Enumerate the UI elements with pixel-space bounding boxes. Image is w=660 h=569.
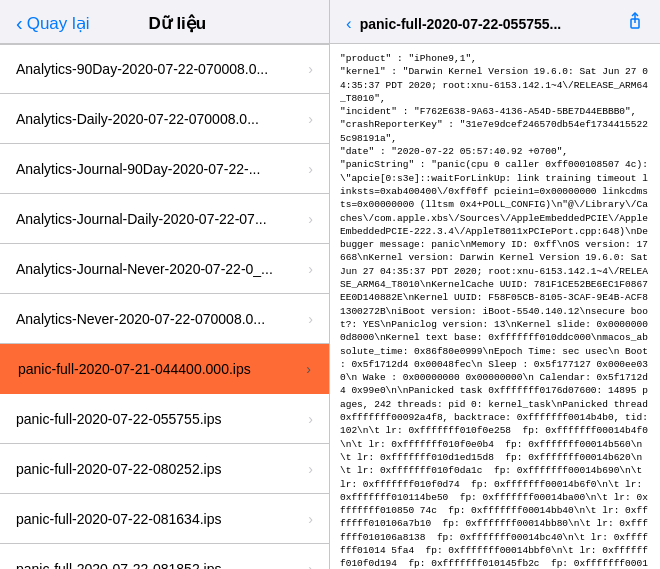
list-item[interactable]: Analytics-Journal-Never-2020-07-22-0_...… [0, 244, 329, 294]
list-item[interactable]: panic-full-2020-07-22-055755.ips› [0, 394, 329, 444]
list-item-chevron-icon: › [308, 311, 313, 327]
list-item-chevron-icon: › [308, 161, 313, 177]
list-item-label: panic-full-2020-07-22-081634.ips [16, 511, 302, 527]
list-item-label: Analytics-Journal-90Day-2020-07-22-... [16, 161, 302, 177]
nav-title: Dữ liệu [90, 13, 265, 34]
list-item-label: panic-full-2020-07-22-080252.ips [16, 461, 302, 477]
right-title: panic-full-2020-07-22-055755... [360, 16, 618, 32]
back-chevron-icon: ‹ [16, 13, 23, 33]
list-item[interactable]: panic-full-2020-07-22-080252.ips› [0, 444, 329, 494]
list-item-chevron-icon: › [308, 211, 313, 227]
list-item[interactable]: Analytics-90Day-2020-07-22-070008.0...› [0, 44, 329, 94]
right-nav-bar: ‹ panic-full-2020-07-22-055755... [330, 0, 660, 44]
list-item[interactable]: Analytics-Never-2020-07-22-070008.0...› [0, 294, 329, 344]
right-content: "product" : "iPhone9,1", "kernel" : "Dar… [330, 44, 660, 569]
list-item-label: panic-full-2020-07-22-055755.ips [16, 411, 302, 427]
list-item-chevron-icon: › [308, 511, 313, 527]
list-item-chevron-icon: › [308, 461, 313, 477]
share-button[interactable] [626, 12, 644, 35]
file-list: Analytics-90Day-2020-07-22-070008.0...›A… [0, 44, 329, 569]
list-item-chevron-icon: › [306, 361, 311, 377]
list-item-label: panic-full-2020-07-22-081852.ips [16, 561, 302, 570]
list-item-chevron-icon: › [308, 111, 313, 127]
list-item[interactable]: panic-full-2020-07-22-081634.ips› [0, 494, 329, 544]
list-item-label: Analytics-Journal-Daily-2020-07-22-07... [16, 211, 302, 227]
right-back-chevron-icon: ‹ [346, 14, 352, 34]
list-item[interactable]: Analytics-Daily-2020-07-22-070008.0...› [0, 94, 329, 144]
list-item-chevron-icon: › [308, 411, 313, 427]
list-item[interactable]: Analytics-Journal-90Day-2020-07-22-...› [0, 144, 329, 194]
back-button[interactable]: ‹ Quay lại [16, 13, 90, 34]
back-label: Quay lại [27, 13, 90, 34]
left-panel: ‹ Quay lại Dữ liệu Analytics-90Day-2020-… [0, 0, 330, 569]
list-item-label: Analytics-Journal-Never-2020-07-22-0_... [16, 261, 302, 277]
list-item-label: Analytics-90Day-2020-07-22-070008.0... [16, 61, 302, 77]
list-item[interactable]: panic-full-2020-07-21-044400.000.ips› [0, 344, 329, 394]
list-item[interactable]: Analytics-Journal-Daily-2020-07-22-07...… [0, 194, 329, 244]
list-item-label: panic-full-2020-07-21-044400.000.ips [18, 361, 300, 377]
right-panel: ‹ panic-full-2020-07-22-055755... "produ… [330, 0, 660, 569]
list-item-label: Analytics-Never-2020-07-22-070008.0... [16, 311, 302, 327]
list-item-chevron-icon: › [308, 261, 313, 277]
list-item-chevron-icon: › [308, 61, 313, 77]
list-item-chevron-icon: › [308, 561, 313, 570]
list-item-label: Analytics-Daily-2020-07-22-070008.0... [16, 111, 302, 127]
right-back-button[interactable]: ‹ [346, 14, 352, 34]
list-item[interactable]: panic-full-2020-07-22-081852.ips› [0, 544, 329, 569]
nav-bar: ‹ Quay lại Dữ liệu [0, 0, 329, 44]
file-text-content: "product" : "iPhone9,1", "kernel" : "Dar… [340, 52, 650, 569]
